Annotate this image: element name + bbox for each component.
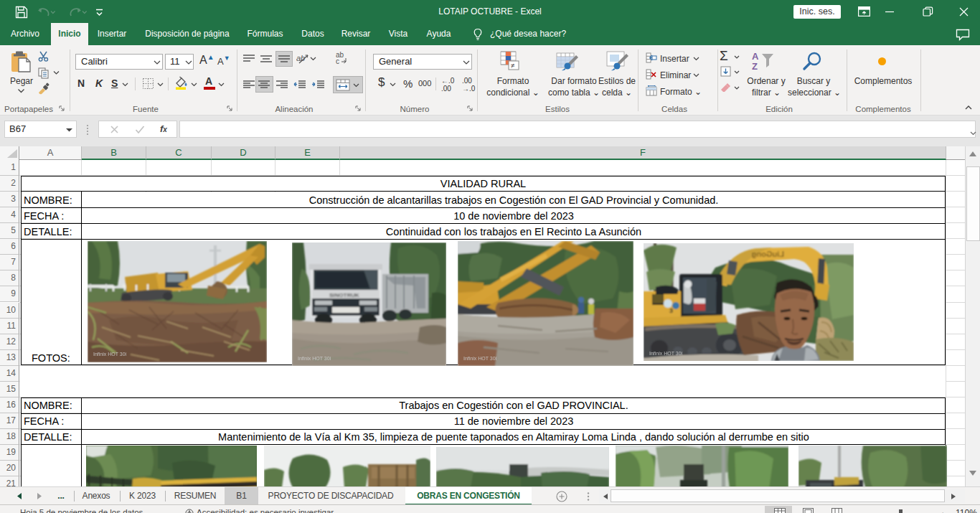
svg-text:A: A <box>752 51 759 62</box>
svg-text:Infinix HOT 30i: Infinix HOT 30i <box>649 351 683 356</box>
svg-text:3: 3 <box>669 307 673 314</box>
svg-text:Infinix HOT 30i: Infinix HOT 30i <box>463 356 497 361</box>
svg-text:SINOTRUK: SINOTRUK <box>329 292 359 298</box>
svg-text:c: c <box>336 57 339 65</box>
svg-text:Z: Z <box>752 61 758 71</box>
svg-text:Infinix HOT 30i: Infinix HOT 30i <box>298 356 331 361</box>
svg-text:LiuGong: LiuGong <box>752 250 784 258</box>
svg-text:≠: ≠ <box>511 62 515 70</box>
svg-text:Infinix HOT 30i: Infinix HOT 30i <box>93 352 127 357</box>
